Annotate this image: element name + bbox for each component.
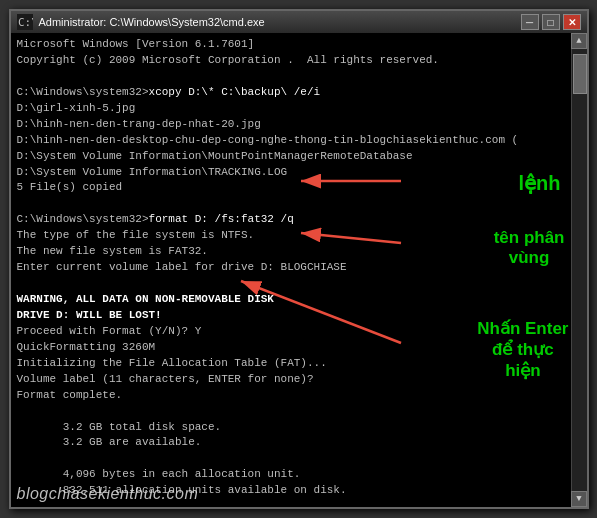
minimize-button[interactable]: ─	[521, 14, 539, 30]
content-area: Microsoft Windows [Version 6.1.7601] Cop…	[11, 33, 587, 507]
window-title: Administrator: C:\Windows\System32\cmd.e…	[39, 16, 521, 28]
scroll-thumb[interactable]	[573, 54, 587, 94]
titlebar: C:\ Administrator: C:\Windows\System32\c…	[11, 11, 587, 33]
window-controls: ─ □ ✕	[521, 14, 581, 30]
scroll-down-button[interactable]: ▼	[571, 491, 587, 507]
maximize-button[interactable]: □	[542, 14, 560, 30]
scroll-up-button[interactable]: ▲	[571, 33, 587, 49]
svg-text:C:\: C:\	[18, 16, 33, 29]
terminal-output[interactable]: Microsoft Windows [Version 6.1.7601] Cop…	[11, 33, 571, 507]
scroll-track[interactable]	[572, 49, 587, 491]
scrollbar[interactable]: ▲ ▼	[571, 33, 587, 507]
close-button[interactable]: ✕	[563, 14, 581, 30]
cmd-window: C:\ Administrator: C:\Windows\System32\c…	[9, 9, 589, 509]
watermark: blogchiasekienthuc.com	[17, 485, 199, 503]
cmd-icon: C:\	[17, 14, 33, 30]
